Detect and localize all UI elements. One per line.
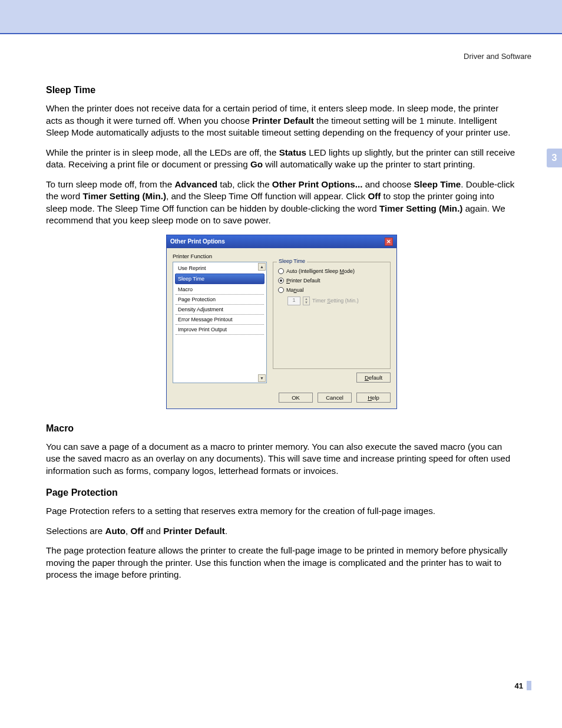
sleep-time-para-3: To turn sleep mode off, from the Advance… bbox=[46, 179, 517, 227]
ok-button[interactable]: OK bbox=[279, 393, 313, 403]
text: To turn sleep mode off, from the bbox=[46, 179, 174, 189]
radio-icon bbox=[278, 287, 284, 293]
help-button[interactable]: Help bbox=[356, 393, 391, 403]
dialog-title-bar: Other Print Options ✕ bbox=[167, 235, 396, 248]
page-protection-para-2: Selections are Auto, Off and Printer Def… bbox=[46, 525, 517, 538]
text-bold: Status bbox=[279, 147, 306, 157]
text-bold: Sleep Time bbox=[414, 179, 461, 189]
sleep-time-para-1: When the printer does not receive data f… bbox=[46, 103, 517, 139]
text-bold: Printer Default bbox=[163, 526, 225, 536]
sleep-time-group: Sleep Time Auto (Intelligent Sleep Mode)… bbox=[273, 262, 391, 369]
radio-icon bbox=[278, 278, 284, 284]
text: , and the Sleep Time Off function will a… bbox=[166, 191, 368, 201]
list-item-page-protection[interactable]: Page Protection bbox=[176, 295, 264, 305]
radio-label: Printer Default bbox=[286, 278, 320, 284]
page-number-decoration bbox=[527, 681, 531, 690]
text: and bbox=[143, 526, 163, 536]
sleep-time-para-2: While the printer is in sleep mode, all … bbox=[46, 147, 517, 171]
text-bold: Off bbox=[368, 191, 381, 201]
page-number: 41 bbox=[515, 681, 531, 690]
text: While the printer is in sleep mode, all … bbox=[46, 147, 279, 157]
text: tab, click the bbox=[217, 179, 272, 189]
scroll-up-icon[interactable]: ▲ bbox=[258, 263, 266, 271]
list-item-error-message-printout[interactable]: Error Message Printout bbox=[176, 315, 264, 325]
radio-icon bbox=[278, 268, 284, 274]
heading-page-protection: Page Protection bbox=[46, 487, 517, 498]
page-top-band bbox=[0, 0, 562, 33]
text-bold: Timer Setting (Min.) bbox=[82, 191, 166, 201]
text-bold: Printer Default bbox=[252, 116, 314, 126]
printer-function-list[interactable]: ▲ Use Reprint Sleep Time Macro Page Prot… bbox=[173, 262, 267, 383]
text: will automatically wake up the printer t… bbox=[263, 159, 475, 169]
heading-macro: Macro bbox=[46, 423, 517, 434]
text-bold: Timer Setting (Min.) bbox=[379, 203, 462, 213]
chapter-tab: 3 bbox=[547, 149, 562, 167]
page-number-value: 41 bbox=[515, 681, 527, 690]
text-bold: Advanced bbox=[174, 179, 217, 189]
radio-label: Manual bbox=[286, 287, 304, 293]
list-item-density-adjustment[interactable]: Density Adjustment bbox=[176, 305, 264, 315]
text: Selections are bbox=[46, 526, 105, 536]
timer-input[interactable]: 1 bbox=[287, 297, 300, 305]
radio-manual[interactable]: Manual bbox=[278, 287, 385, 293]
timer-setting-row: 1 ▲▼ Timer Setting (Min.) bbox=[287, 297, 385, 305]
text-bold: Go bbox=[250, 159, 263, 169]
heading-sleep-time: Sleep Time bbox=[46, 85, 517, 95]
close-icon[interactable]: ✕ bbox=[385, 238, 393, 246]
timer-spinner[interactable]: ▲▼ bbox=[303, 297, 310, 305]
page-top-rule bbox=[0, 33, 562, 34]
macro-para: You can save a page of a document as a m… bbox=[46, 441, 517, 477]
text-bold: Off bbox=[131, 526, 144, 536]
dialog-title: Other Print Options bbox=[170, 238, 225, 245]
dialog-other-print-options: Other Print Options ✕ Printer Function ▲… bbox=[166, 235, 397, 409]
page-protection-para-1: Page Protection refers to a setting that… bbox=[46, 505, 517, 518]
group-title: Sleep Time bbox=[277, 258, 307, 264]
scroll-down-icon[interactable]: ▼ bbox=[258, 374, 266, 382]
page-protection-para-3: The page protection feature allows the p… bbox=[46, 545, 517, 581]
list-item-sleep-time[interactable]: Sleep Time bbox=[175, 274, 265, 284]
default-button[interactable]: Default bbox=[356, 373, 391, 383]
breadcrumb: Driver and Software bbox=[464, 52, 531, 61]
text-bold: Auto bbox=[105, 526, 125, 536]
list-item-improve-print-output[interactable]: Improve Print Output bbox=[176, 325, 264, 335]
list-item-use-reprint[interactable]: Use Reprint bbox=[176, 263, 264, 273]
radio-printer-default[interactable]: Printer Default bbox=[278, 278, 385, 284]
text: and choose bbox=[362, 179, 414, 189]
list-item-macro[interactable]: Macro bbox=[176, 285, 264, 295]
radio-auto[interactable]: Auto (Intelligent Sleep Mode) bbox=[278, 268, 385, 274]
radio-label: Auto (Intelligent Sleep Mode) bbox=[286, 268, 355, 274]
text-bold: Other Print Options... bbox=[272, 179, 363, 189]
text: , bbox=[125, 526, 130, 536]
cancel-button[interactable]: Cancel bbox=[318, 393, 352, 403]
text: . bbox=[225, 526, 227, 536]
timer-label: Timer Setting (Min.) bbox=[312, 298, 359, 304]
page-content: Sleep Time When the printer does not rec… bbox=[46, 83, 517, 589]
